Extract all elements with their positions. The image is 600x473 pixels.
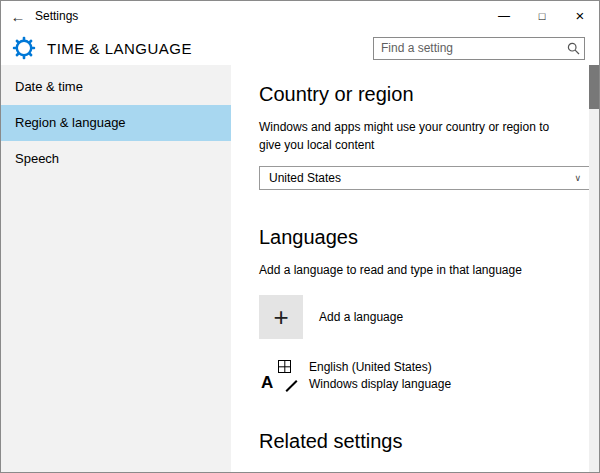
additional-settings-link[interactable]: Additional date, time, & regional settin… <box>259 471 473 472</box>
search-icon[interactable] <box>562 42 584 55</box>
country-region-value: United States <box>269 171 341 185</box>
main-content: Country or region Windows and apps might… <box>231 65 599 472</box>
sidebar-item-speech[interactable]: Speech <box>1 141 231 177</box>
window-title: Settings <box>35 9 78 23</box>
body: Date & time Region & language Speech Cou… <box>1 65 599 472</box>
country-region-select[interactable]: United States ∨ <box>259 166 591 190</box>
chevron-down-icon: ∨ <box>574 173 581 183</box>
titlebar: ← Settings — □ × <box>1 1 599 31</box>
country-region-description: Windows and apps might use your country … <box>259 118 563 154</box>
minimize-button[interactable]: — <box>485 1 523 31</box>
gear-icon <box>11 35 37 61</box>
search-box <box>373 37 585 60</box>
maximize-button[interactable]: □ <box>523 1 561 31</box>
kanji-box-icon <box>278 360 291 373</box>
language-status: Windows display language <box>309 376 451 393</box>
settings-window: ← Settings — □ × <box>0 0 600 473</box>
page-header: TIME & LANGUAGE <box>1 31 599 65</box>
back-button[interactable]: ← <box>1 8 35 25</box>
language-icon: A <box>259 359 299 393</box>
languages-heading: Languages <box>259 226 563 249</box>
language-name: English (United States) <box>309 359 451 376</box>
pen-stroke-icon <box>285 380 297 392</box>
page-title: TIME & LANGUAGE <box>47 40 192 57</box>
scrollbar[interactable] <box>589 65 599 472</box>
add-language-button[interactable]: + Add a language <box>259 295 591 339</box>
scrollbar-thumb[interactable] <box>589 65 599 109</box>
related-settings-heading: Related settings <box>259 430 563 453</box>
country-region-heading: Country or region <box>259 83 563 106</box>
language-text: English (United States) Windows display … <box>309 359 451 394</box>
sidebar-item-region-language[interactable]: Region & language <box>1 105 231 141</box>
language-list-item[interactable]: A English (United States) Windows displa… <box>259 359 591 394</box>
languages-description: Add a language to read and type in that … <box>259 261 563 279</box>
close-button[interactable]: × <box>561 1 599 31</box>
add-language-label: Add a language <box>319 310 403 324</box>
latin-letter: A <box>261 373 273 393</box>
plus-icon: + <box>259 295 303 339</box>
sidebar-item-date-time[interactable]: Date & time <box>1 69 231 105</box>
caption-buttons: — □ × <box>485 1 599 31</box>
search-input[interactable] <box>374 41 562 55</box>
sidebar: Date & time Region & language Speech <box>1 65 231 472</box>
